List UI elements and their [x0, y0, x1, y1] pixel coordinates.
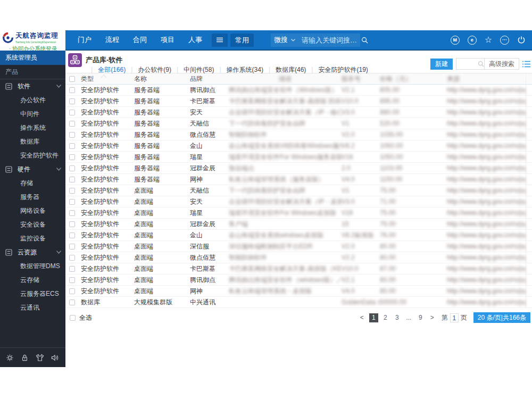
column-header-name[interactable]: 名称 [134, 74, 190, 84]
more-options-icon[interactable]: ··· [500, 36, 509, 45]
row-checkbox[interactable] [69, 143, 75, 149]
sidebar-group-header[interactable]: 硬件 [0, 162, 65, 176]
table-row[interactable]: 安全防护软件 桌面端 冠群金辰 客户端 15 75.00 http://www.… [65, 219, 532, 230]
sidebar-item[interactable]: 中间件 [0, 107, 65, 121]
m-badge-icon[interactable]: M [451, 36, 460, 45]
table-row[interactable]: 安全防护软件 桌面端 卡巴斯基 卡巴斯基网络安全解决方案-高级版（KES）-KS… [65, 263, 532, 275]
column-header-desc[interactable]: 描述 [229, 74, 342, 84]
row-checkbox[interactable] [69, 300, 75, 305]
global-search-input[interactable]: 请输入关键词搜… [298, 34, 360, 47]
row-checkbox[interactable] [69, 199, 75, 205]
row-checkbox[interactable] [69, 121, 75, 127]
category-tab[interactable]: 安全防护软件(19) [306, 66, 368, 73]
row-checkbox[interactable] [69, 110, 75, 115]
table-row[interactable]: 安全防护软件 桌面端 金山 金山终端安全系统windows桌面版 V8.2标准版… [65, 230, 532, 241]
row-checkbox[interactable] [69, 132, 75, 138]
table-row[interactable]: 安全防护软件 桌面端 网神 私有云终端管理系统・桌面版 V4.0 80.00 h… [65, 286, 532, 297]
row-checkbox[interactable] [69, 277, 75, 283]
speaker-icon[interactable] [51, 354, 60, 362]
table-row[interactable]: 安全防护软件 服务器端 网神 私有云终端管理系统（服务器版） V4.0 1150… [65, 174, 532, 185]
column-header-brand[interactable]: 品牌 [190, 74, 229, 84]
column-header-price[interactable]: 价格（元） [380, 74, 447, 84]
list-view-icon[interactable] [522, 61, 530, 68]
table-row[interactable]: 安全防护软件 桌面端 深信服 深信服终端检测响应平台EDR V2.0 80.00… [65, 241, 532, 252]
topnav-item[interactable]: 流程 [98, 30, 126, 49]
table-row[interactable]: 安全防护软件 服务器端 腾讯御点 腾讯御点终端安全软件（Windows版） V2… [65, 85, 532, 96]
star-icon[interactable]: ☆ [485, 36, 492, 44]
row-checkbox[interactable] [69, 266, 75, 272]
page-number[interactable]: 9 [416, 313, 425, 322]
new-button[interactable]: 新建 [430, 59, 453, 70]
sidebar-item[interactable]: 安全设备 [0, 218, 65, 231]
column-header-version[interactable]: 版本号 [342, 74, 380, 84]
table-row[interactable]: 安全防护软件 桌面端 天融信 下一代防病毒防护安全品牌 V1 75.00 htt… [65, 185, 532, 196]
row-checkbox[interactable] [69, 232, 75, 238]
topnav-pinned-tab[interactable]: 常用 [230, 34, 254, 47]
sidebar-item[interactable]: 存储 [0, 176, 65, 190]
row-checkbox[interactable] [69, 165, 75, 171]
table-search-input[interactable] [456, 59, 478, 69]
row-checkbox[interactable] [69, 221, 75, 227]
sidebar-group-header[interactable]: 软件 [0, 79, 65, 93]
topnav-item[interactable]: 人事 [181, 30, 209, 49]
sidebar-item[interactable]: 云存储 [0, 273, 65, 287]
row-checkbox[interactable] [69, 288, 75, 294]
row-checkbox[interactable] [69, 188, 75, 194]
lock-icon[interactable] [21, 354, 29, 362]
shirt-icon[interactable] [36, 354, 44, 362]
sidebar-item[interactable]: 服务器 [0, 190, 65, 204]
row-checkbox[interactable] [69, 87, 75, 93]
table-row[interactable]: 数据库 大规模集群版 中兴通讯 GoldenData s... 50000.00… [65, 297, 532, 308]
row-checkbox[interactable] [69, 255, 75, 261]
category-tab[interactable]: 数据库(46) [263, 66, 306, 73]
column-header-source[interactable]: 来源 [447, 74, 526, 84]
category-tab[interactable]: 办公软件(9) [126, 66, 171, 73]
search-scope-dropdown[interactable]: 微搜 [271, 34, 298, 47]
row-checkbox[interactable] [69, 210, 75, 216]
table-row[interactable]: 安全防护软件 服务器端 瑞星 瑞星环境安全软件For Windows服务器版 V… [65, 152, 532, 163]
sidebar-item[interactable]: 操作系统 [0, 121, 65, 135]
sidebar-item[interactable]: 网络设备 [0, 204, 65, 218]
row-checkbox[interactable] [69, 177, 75, 182]
category-tab[interactable]: 全部(166) [86, 66, 126, 73]
table-row[interactable]: 安全防护软件 服务器端 微点佰慧 智能防御软件 V2.0 1035.00 htt… [65, 129, 532, 140]
next-page-button[interactable]: > [428, 313, 437, 322]
page-number[interactable]: 2 [381, 313, 390, 322]
category-tab[interactable]: 操作系统(34) [214, 66, 263, 73]
menu-toggle-button[interactable] [212, 34, 228, 47]
message-icon[interactable]: e [468, 36, 477, 45]
sidebar-group-header[interactable]: 云资源 [0, 245, 65, 259]
table-row[interactable]: 安全防护软件 桌面端 腾讯御点 腾讯御点终端安全软件（windows版）／V2.… [65, 275, 532, 286]
sidebar-item[interactable]: 安全防护软件 [0, 148, 65, 162]
table-row[interactable]: 安全防护软件 桌面端 瑞星 瑞星环境安全软件For Windows桌面版 V16… [65, 207, 532, 219]
page-size-info[interactable]: 20 条/页|共166条 [473, 312, 530, 323]
row-checkbox[interactable] [69, 244, 75, 250]
select-all-checkbox[interactable] [70, 315, 76, 321]
sidebar-item[interactable]: 办公软件 [0, 93, 65, 107]
table-row[interactable]: 安全防护软件 服务器端 卡巴斯基 卡巴斯基网络安全解决方案-高级版 防病毒...… [65, 96, 532, 107]
table-row[interactable]: 安全防护软件 桌面端 安天 企业级环境防控安全解决方案（IP・桌面版） V3.0… [65, 196, 532, 207]
sidebar-item[interactable]: 云服务器ECS [0, 287, 65, 301]
sidebar-item[interactable]: 监控设备 [0, 231, 65, 245]
sidebar-item[interactable]: 云通讯 [0, 301, 65, 314]
row-checkbox[interactable] [69, 98, 75, 104]
topnav-item[interactable]: 合同 [126, 30, 154, 49]
power-icon[interactable] [517, 36, 526, 44]
topnav-item[interactable]: 项目 [154, 30, 181, 49]
table-row[interactable]: 安全防护软件 桌面端 微点佰慧 智能防御软件 V2.2 80.00 http:/… [65, 252, 532, 263]
page-number[interactable]: 1 [369, 313, 378, 322]
gear-icon[interactable] [6, 354, 14, 362]
table-row[interactable]: 安全防护软件 服务器端 金山 金山终端安全系统V8防病毒Windows服务器版 … [65, 140, 532, 152]
category-tab[interactable]: 中间件(58) [171, 66, 214, 73]
table-row[interactable]: 安全防护软件 服务器端 安天 企业级环境防控安全解决方案（IP・核心版） V3.… [65, 107, 532, 118]
page-number[interactable]: 3 [393, 313, 402, 322]
prev-page-button[interactable]: < [358, 313, 367, 322]
row-checkbox[interactable] [69, 154, 75, 160]
sidebar-item[interactable]: 数据管理DMS [0, 259, 65, 273]
sidebar-item[interactable]: 数据库 [0, 135, 65, 148]
table-row[interactable]: 安全防护软件 服务器端 天融信 下一代防病毒防护安全品牌 V1 520.00 h… [65, 118, 532, 129]
page-jump-input[interactable]: 1 [450, 313, 459, 322]
header-checkbox[interactable] [69, 76, 75, 82]
advanced-search-button[interactable]: 高级搜索 [484, 59, 519, 69]
table-row[interactable]: 安全防护软件 服务器端 冠群金辰 致远端点 2.0 1103.00 http:/… [65, 163, 532, 174]
